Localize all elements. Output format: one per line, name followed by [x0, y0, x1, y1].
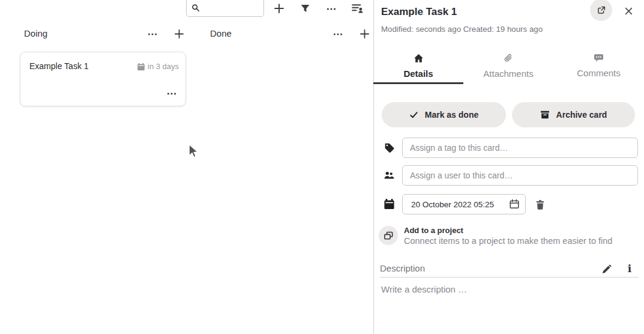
card-due-label: in 3 days [148, 62, 179, 71]
tab-details[interactable]: Details [373, 50, 463, 84]
tab-comments-label: Comments [577, 68, 621, 78]
remove-due-date-button[interactable] [532, 197, 548, 213]
funnel-icon [300, 4, 310, 14]
tab-attachments-label: Attachments [483, 68, 533, 79]
card-menu-button[interactable] [165, 87, 178, 100]
open-in-window-button[interactable] [590, 0, 612, 21]
projects-icon [384, 231, 394, 241]
column-done-add-card-button[interactable] [357, 26, 372, 41]
due-date-field[interactable]: 20 October 2022 05:25 [402, 194, 526, 214]
sort-assignee-icon [352, 2, 364, 14]
ellipsis-icon [147, 29, 158, 40]
sort-by-assignee-button[interactable] [351, 1, 365, 16]
mark-as-done-button[interactable]: Mark as done [382, 102, 506, 127]
archive-icon [540, 110, 550, 120]
add-to-project-title[interactable]: Add to a project [404, 226, 463, 235]
home-icon [414, 53, 424, 64]
plus-icon [359, 28, 370, 40]
task-card[interactable]: Example Task 1 in 3 days [20, 52, 186, 106]
board-menu-button[interactable] [325, 2, 338, 16]
column-title-doing: Doing [24, 28, 47, 38]
panel-task-title: Example Task 1 [381, 6, 457, 18]
mark-as-done-label: Mark as done [425, 110, 478, 120]
search-input[interactable] [203, 3, 260, 12]
close-icon [624, 6, 634, 16]
tab-attachments[interactable]: Attachments [463, 50, 553, 84]
tab-details-label: Details [403, 68, 433, 79]
open-date-picker-button[interactable] [507, 197, 522, 211]
description-label: Description [380, 263, 425, 273]
check-icon [409, 111, 418, 120]
calendar-outline-icon [509, 199, 520, 210]
trash-icon [535, 199, 546, 210]
ellipsis-icon [326, 4, 337, 14]
column-title-done: Done [210, 28, 232, 38]
info-icon: i [628, 264, 631, 274]
filter-button[interactable] [298, 2, 311, 15]
add-to-project-button[interactable] [379, 226, 398, 245]
mouse-cursor [188, 143, 200, 160]
column-doing-add-card-button[interactable] [172, 26, 186, 41]
column-doing-menu-button[interactable] [146, 28, 159, 41]
assign-tag-input[interactable] [402, 138, 638, 158]
close-panel-button[interactable] [621, 3, 636, 19]
search-icon [191, 4, 200, 12]
app-window: Doing Done Example Task 1 [0, 0, 644, 334]
add-to-project-subtitle: Connect items to a project to make them … [404, 236, 612, 246]
assign-user-input[interactable] [402, 165, 638, 186]
ellipsis-icon [333, 29, 343, 40]
add-board-button[interactable] [271, 1, 287, 16]
tab-comments[interactable]: Comments [553, 50, 644, 84]
due-date-value: 20 October 2022 05:25 [411, 200, 507, 209]
plus-icon [273, 2, 285, 14]
plus-icon [173, 28, 185, 40]
panel-task-meta: Modified: seconds ago Created: 19 hours … [381, 25, 543, 34]
edit-description-button[interactable] [599, 262, 613, 276]
comment-icon [594, 53, 604, 63]
calendar-icon [384, 198, 395, 210]
calendar-icon [137, 62, 145, 71]
description-info-button[interactable]: i [623, 261, 636, 276]
description-placeholder[interactable]: Write a description … [381, 284, 467, 294]
column-done-menu-button[interactable] [331, 28, 345, 41]
pencil-icon [601, 264, 612, 275]
ellipsis-icon [166, 88, 177, 99]
tag-icon [384, 142, 395, 153]
users-icon [384, 170, 395, 181]
paperclip-icon [504, 53, 513, 64]
archive-card-button[interactable]: Archive card [512, 102, 635, 127]
card-title: Example Task 1 [29, 61, 89, 71]
external-link-icon [597, 5, 606, 15]
archive-card-label: Archive card [556, 110, 607, 120]
search-input-wrapper[interactable] [186, 0, 264, 17]
